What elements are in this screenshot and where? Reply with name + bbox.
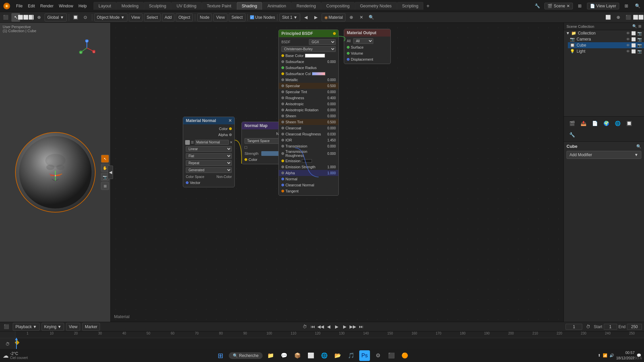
transform-dropdown[interactable]: Global ▼ bbox=[45, 13, 67, 21]
texture-close-btn[interactable]: ✕ bbox=[230, 140, 232, 144]
timeline-track[interactable]: 1 10 20 30 40 50 60 70 80 90 100 110 120… bbox=[0, 331, 644, 349]
outliner-cube[interactable]: 🔲 Cube 👁 ⬜ 📷 bbox=[568, 42, 644, 48]
view-layer-props-icon[interactable]: 📄 bbox=[589, 118, 600, 129]
current-frame-input[interactable] bbox=[566, 324, 582, 330]
cube-viewport-icon[interactable]: ⬜ bbox=[631, 43, 636, 48]
node-editor[interactable]: Material Material Normal ✕ Color Alpha bbox=[111, 23, 564, 322]
cube-render-icon[interactable]: 📷 bbox=[637, 43, 642, 48]
world-props-icon[interactable]: 🌐 bbox=[612, 118, 623, 129]
tab-modeling[interactable]: Modeling bbox=[116, 2, 144, 10]
taskbar-search[interactable]: 🔍 Recherche bbox=[229, 352, 263, 359]
taskbar-blender-icon[interactable]: 🟠 bbox=[399, 350, 410, 361]
taskbar-photoshop-icon[interactable]: Ps bbox=[359, 350, 370, 361]
mat-add-icon[interactable]: ⊕ bbox=[347, 13, 356, 22]
next-mat-icon[interactable]: ▶ bbox=[312, 13, 320, 22]
taskbar-explorer-icon[interactable]: 📂 bbox=[332, 350, 343, 361]
material-dropdown[interactable]: ◉ Material bbox=[322, 13, 346, 21]
pivot-icon[interactable]: ⊕ bbox=[35, 13, 43, 22]
next-frame-btn[interactable]: ▶ bbox=[341, 323, 348, 330]
editor-type-icon[interactable]: ⬛ bbox=[1, 13, 10, 22]
emission-swatch[interactable] bbox=[302, 159, 312, 163]
prev-keyframe-btn[interactable]: ◀◀ bbox=[317, 323, 324, 330]
view-layer-selector[interactable]: 📄 View Layer bbox=[587, 3, 619, 9]
object-name-search-icon[interactable]: 🔍 bbox=[636, 144, 641, 149]
object-mode-dropdown[interactable]: Object Mode ▼ bbox=[94, 13, 127, 21]
view-icons[interactable]: ⬜⬜⬜ bbox=[21, 13, 30, 22]
jump-end-btn[interactable]: ⏭ bbox=[357, 323, 365, 330]
cam-vis-icon[interactable]: 👁 bbox=[626, 37, 630, 42]
outliner-collection[interactable]: ▼ 📁 Collection 👁 ⬜ 📷 bbox=[564, 30, 644, 36]
viewport-content[interactable] bbox=[0, 23, 110, 322]
add-modifier-button[interactable]: Add Modifier ▼ bbox=[567, 151, 641, 159]
taskbar-edge-icon[interactable]: 🌐 bbox=[319, 350, 330, 361]
all-select[interactable]: All bbox=[353, 38, 373, 44]
end-frame-input[interactable] bbox=[627, 324, 642, 330]
select2-dropdown[interactable]: Select bbox=[229, 13, 245, 21]
sidebar-collapse-btn[interactable]: ◀ bbox=[108, 166, 113, 179]
marker-dropdown[interactable]: Marker bbox=[82, 323, 100, 331]
light-viewport-icon[interactable]: ⬜ bbox=[631, 49, 636, 54]
taskbar-files-icon[interactable]: 📁 bbox=[265, 350, 276, 361]
add-workspace-button[interactable]: + bbox=[424, 2, 432, 10]
add-dropdown[interactable]: Add bbox=[162, 13, 174, 21]
modifier-props-icon[interactable]: 🔧 bbox=[567, 129, 577, 140]
tab-sculpting[interactable]: Sculpting bbox=[144, 2, 171, 10]
view-icon[interactable]: ⊞ bbox=[638, 24, 641, 28]
node-material-output[interactable]: Material Output All All Surface Volume bbox=[344, 29, 391, 64]
bsdf-type-select[interactable]: GGX bbox=[309, 39, 336, 45]
menu-render[interactable]: Render bbox=[38, 2, 56, 10]
search-button[interactable]: 🔍 bbox=[633, 2, 642, 10]
prev-frame-btn[interactable]: ◀ bbox=[325, 323, 332, 330]
prev-mat-icon[interactable]: ◀ bbox=[302, 13, 310, 22]
scene-selector[interactable]: 🎬 Scene ✕ bbox=[544, 3, 573, 9]
taskbar-terminal-icon[interactable]: ⬛ bbox=[386, 350, 397, 361]
view2-dropdown[interactable]: View bbox=[213, 13, 227, 21]
tab-texturepaint[interactable]: Texture Paint bbox=[202, 2, 236, 10]
mat-browse-icon[interactable]: 🔍 bbox=[367, 13, 376, 22]
taskbar-settings-icon[interactable]: ⚙ bbox=[373, 350, 383, 361]
node-material-normal[interactable]: Material Normal ✕ Color Alpha ☰ Material… bbox=[183, 117, 235, 187]
start-frame-input[interactable] bbox=[604, 324, 617, 330]
use-nodes-checkbox[interactable]: ✓ bbox=[250, 15, 254, 19]
frame-clock-icon[interactable]: ⏱ bbox=[584, 322, 592, 331]
menu-file[interactable]: File bbox=[13, 2, 25, 10]
engine-icon[interactable]: 🔧 bbox=[533, 2, 542, 10]
extension-select[interactable]: Repeat bbox=[186, 160, 232, 166]
interpolation-select[interactable]: Linear bbox=[186, 146, 232, 152]
source-select[interactable]: Generated bbox=[186, 167, 232, 173]
texture-name-field[interactable]: Material Normal bbox=[195, 140, 229, 145]
outliner-camera[interactable]: 📷 Camera 👁 ⬜ 📷 bbox=[568, 36, 644, 42]
snap-icon[interactable]: 🔲 bbox=[71, 13, 80, 22]
proportional-icon[interactable]: ⊙ bbox=[81, 13, 90, 22]
object-props-icon[interactable]: 🔲 bbox=[624, 118, 634, 129]
taskbar-teams-icon[interactable]: 💬 bbox=[279, 350, 289, 361]
cam-viewport-icon[interactable]: ⬜ bbox=[631, 37, 636, 42]
viewport-icons[interactable]: ⬜⬜ bbox=[634, 13, 643, 22]
select-dropdown[interactable]: Select bbox=[144, 13, 160, 21]
subsurface-method-select[interactable]: Christensen-Burley bbox=[281, 46, 336, 52]
playback-dropdown[interactable]: Playback ▼ bbox=[13, 323, 40, 331]
object-dropdown[interactable]: Object bbox=[176, 13, 193, 21]
tab-rendering[interactable]: Rendering bbox=[291, 2, 321, 10]
node-material-normal-close[interactable]: ✕ bbox=[228, 118, 232, 123]
scene-props-icon[interactable]: 🌍 bbox=[601, 118, 611, 129]
light-render-icon[interactable]: 📷 bbox=[637, 49, 642, 54]
scene-options-icon[interactable]: ⊞ bbox=[576, 2, 584, 10]
viewport-shading-icon[interactable]: ⬛ bbox=[624, 13, 633, 22]
jump-start-btn[interactable]: ⏮ bbox=[309, 323, 316, 330]
sync-icon[interactable]: ⏱ bbox=[301, 323, 308, 330]
taskbar-app4-icon[interactable]: ⬜ bbox=[306, 350, 316, 361]
slot-dropdown[interactable]: Slot 1 ▼ bbox=[279, 13, 300, 21]
cam-render-icon[interactable]: 📷 bbox=[637, 37, 642, 42]
col-vis-icon[interactable]: 👁 bbox=[626, 31, 630, 36]
tray-arrow-icon[interactable]: ⬆ bbox=[598, 353, 601, 358]
filter-icon[interactable]: 🔍 bbox=[632, 24, 637, 28]
render-props-icon[interactable]: 🎬 bbox=[567, 118, 577, 129]
mat-del-icon[interactable]: ✕ bbox=[357, 13, 366, 22]
menu-window[interactable]: Window bbox=[56, 2, 76, 10]
node-dropdown[interactable]: Node bbox=[197, 13, 212, 21]
taskbar-dropbox-icon[interactable]: 📦 bbox=[292, 350, 303, 361]
play-btn[interactable]: ▶ bbox=[333, 323, 340, 330]
select-tool-btn[interactable]: ↖ bbox=[101, 155, 109, 163]
timeline-type-icon[interactable]: ⬛ bbox=[2, 322, 11, 331]
